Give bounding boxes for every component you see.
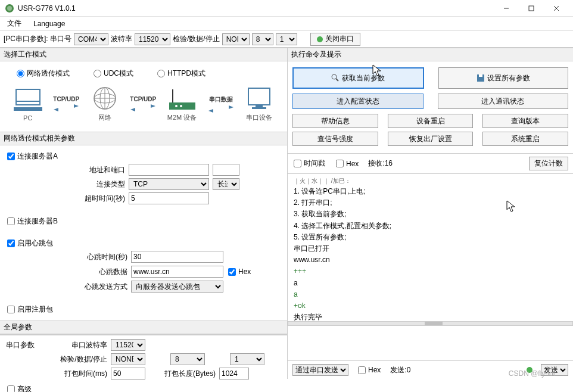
heartbeat-label: 启用心跳包 [17, 238, 53, 248]
port-input[interactable] [213, 164, 239, 176]
server-a-label: 连接服务器A [17, 151, 58, 161]
arrow-icon [52, 104, 80, 112]
timeout-input[interactable] [129, 192, 209, 204]
log-line: 2. 打开串口; [294, 197, 567, 209]
advanced-checkbox[interactable]: 高级 [6, 382, 281, 392]
query-ver-button[interactable]: 查询版本 [482, 114, 568, 128]
hb-time-input[interactable] [131, 251, 223, 263]
pc-label: PC [23, 114, 32, 122]
log-line: 4. 选择工作模式,配置相关参数; [294, 220, 567, 232]
close-button[interactable] [544, 1, 568, 16]
set-all-button[interactable]: 设置所有参数 [438, 67, 569, 89]
enter-comm-button[interactable]: 进入通讯状态 [438, 94, 569, 109]
right-panel: 执行命令及提示 获取当前参数 设置所有参数 进入配置状态 进入通讯状态 帮助信息… [288, 48, 573, 379]
log-area[interactable]: ｜火｜水｜｜ /加巳： 1. 设备连PC串口,上电; 2. 打开串口; 3. 获… [288, 174, 573, 321]
databits-select[interactable]: 8 [252, 33, 273, 45]
sys-reboot-button[interactable]: 系统重启 [482, 132, 568, 146]
global-baud-select[interactable]: 115200 [111, 339, 145, 351]
workmode-section: 网络透传模式 UDC模式 HTTPD模式 PC TCP/UDP 网络 [0, 61, 287, 132]
log-controls: 时间戳 Hex 接收:16 复位计数 [288, 153, 573, 174]
conn-mode-select[interactable]: 长连接 [213, 178, 239, 190]
left-panel: 选择工作模式 网络透传模式 UDC模式 HTTPD模式 PC TCP/UDP 网… [0, 48, 288, 379]
hb-time-label: 心跳时间(秒) [83, 252, 127, 262]
log-line: 串口已打开 [294, 243, 567, 254]
set-all-label: 设置所有参数 [487, 73, 530, 83]
pc-params-label: [PC串口参数]: 串口号 [4, 34, 71, 44]
send-hex-checkbox[interactable]: Hex [357, 363, 382, 377]
save-icon [477, 74, 485, 82]
server-b-checkbox[interactable]: 连接服务器B [6, 214, 281, 229]
log-line: 5. 设置所有参数; [294, 232, 567, 243]
hb-send-select[interactable]: 向服务器发送心跳包 [131, 281, 223, 293]
stopbits-select[interactable]: 1 [276, 33, 297, 45]
pack-len-label: 打包长度(Bytes) [164, 369, 216, 379]
minimize-button[interactable] [494, 1, 518, 16]
serial-data-label: 串口数据 [209, 95, 233, 104]
restore-button[interactable]: 恢复出厂设置 [388, 132, 474, 146]
help-button[interactable]: 帮助信息 [292, 114, 378, 128]
arrow-icon [129, 104, 157, 112]
signal-button[interactable]: 查信号强度 [292, 132, 378, 146]
radio-net-mode[interactable]: 网络透传模式 [17, 69, 70, 79]
global-parity-select[interactable]: NONE [111, 353, 145, 365]
workmode-header: 选择工作模式 [0, 48, 287, 61]
radio-httpd-mode[interactable]: HTTPD模式 [157, 69, 205, 79]
global-stop-select[interactable]: 1 [230, 353, 264, 365]
main: 选择工作模式 网络透传模式 UDC模式 HTTPD模式 PC TCP/UDP 网… [0, 48, 573, 379]
serial-dev-label: 串口设备 [246, 113, 272, 122]
baud-label: 波特率 [111, 34, 132, 44]
send-count: 发送:0 [390, 365, 410, 375]
pack-len-input[interactable] [219, 368, 249, 379]
heartbeat-checkbox[interactable]: 启用心跳包 [6, 236, 281, 251]
window-title: USR-G776 V1.0.1 [18, 4, 494, 13]
addr-port-label: 地址和端口 [83, 165, 125, 175]
cmd-header: 执行命令及提示 [288, 48, 573, 61]
menu-file[interactable]: 文件 [5, 17, 24, 30]
reg-checkbox[interactable]: 启用注册包 [6, 302, 281, 317]
port-select[interactable]: COM4 [74, 33, 108, 45]
serial-device-icon [245, 86, 273, 111]
port-led-icon [317, 36, 323, 42]
send-via-select[interactable]: 通过串口发送 [292, 364, 348, 376]
conn-type-label: 连接类型 [83, 179, 125, 189]
titlebar: USR-G776 V1.0.1 [0, 0, 573, 17]
global-data-select[interactable]: 8 [170, 353, 205, 365]
hb-hex-checkbox[interactable]: Hex [227, 265, 252, 278]
reg-label: 启用注册包 [17, 304, 53, 315]
diagram: PC TCP/UDP 网络 TCP/UDP M2M 设备 [5, 83, 282, 127]
addr-input[interactable] [129, 164, 209, 176]
reset-count-button[interactable]: 复位计数 [529, 157, 568, 170]
network-label: 网络 [98, 113, 111, 122]
hb-hex-label: Hex [238, 267, 251, 276]
hb-send-label: 心跳发送方式 [83, 282, 127, 292]
svg-point-1 [7, 6, 12, 11]
baud-select[interactable]: 115200 [135, 33, 170, 45]
get-params-label: 获取当前参数 [342, 73, 385, 83]
enter-config-button[interactable]: 进入配置状态 [292, 94, 423, 109]
maximize-button[interactable] [519, 1, 543, 16]
log-line: a [294, 278, 567, 289]
right-scrollbar[interactable] [288, 321, 573, 326]
svg-point-17 [180, 105, 182, 107]
close-port-button[interactable]: 关闭串口 [310, 33, 360, 46]
pack-time-input[interactable] [111, 368, 145, 379]
server-a-checkbox[interactable]: 连接服务器A [6, 149, 281, 164]
radio-udc-mode[interactable]: UDC模式 [94, 69, 133, 79]
conn-type-select[interactable]: TCP [129, 178, 209, 190]
svg-rect-19 [256, 105, 263, 107]
parity-select[interactable]: NONE [222, 33, 250, 45]
global-section: 串口参数 串口波特率 115200 检验/数据/停止 NONE 8 1 [0, 335, 287, 392]
log-hex-checkbox[interactable]: Hex [335, 157, 360, 170]
left-scrollbar[interactable] [0, 334, 287, 335]
get-params-button[interactable]: 获取当前参数 [292, 67, 424, 89]
pc-icon [14, 87, 42, 112]
global-baud-label: 串口波特率 [60, 340, 107, 350]
reboot-button[interactable]: 设备重启 [388, 114, 474, 128]
log-line: 1. 设备连PC串口,上电; [294, 186, 567, 197]
hb-data-input[interactable] [131, 266, 223, 278]
menu-language[interactable]: Language [31, 18, 67, 29]
timestamp-checkbox[interactable]: 时间戳 [292, 156, 326, 171]
m2m-label: M2M 设备 [167, 113, 197, 122]
log-line: +ok [294, 300, 567, 312]
log-line: +++ [294, 266, 567, 277]
